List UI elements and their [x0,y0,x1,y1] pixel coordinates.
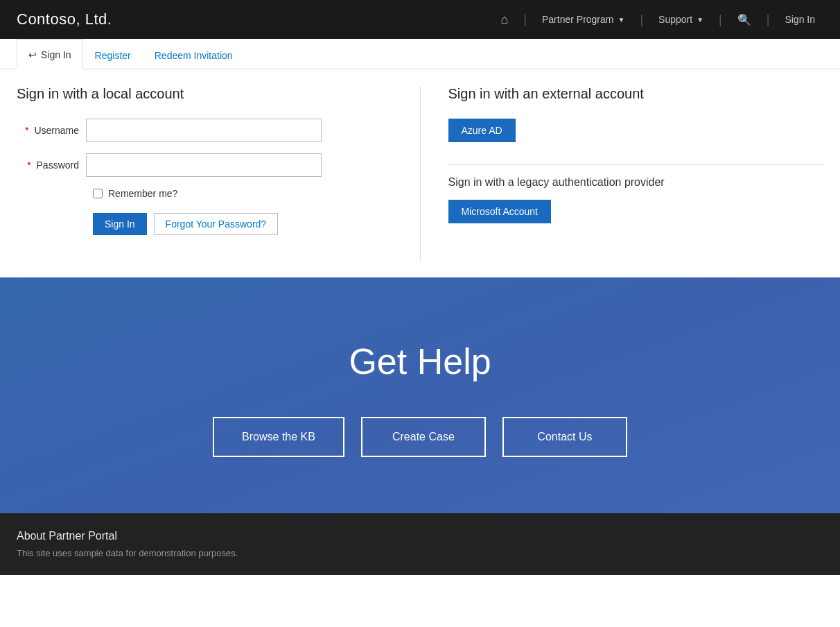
header: Contoso, Ltd. ⌂ | Partner Program ▼ | Su… [0,0,840,39]
divider-4: | [760,12,777,27]
footer-text: This site uses sample data for demonstra… [17,548,823,558]
microsoft-account-button[interactable]: Microsoft Account [448,200,552,223]
site-logo: Contoso, Ltd. [17,10,492,28]
tab-redeem-label: Redeem Invitation [155,50,233,61]
footer-title: About Partner Portal [17,530,823,542]
username-required-star: * [25,125,28,136]
header-signin-label[interactable]: Sign In [776,14,823,25]
tab-signin-label: Sign In [41,49,71,60]
external-signin-title: Sign in with an external account [448,86,824,102]
tab-register[interactable]: Register [83,39,143,69]
support-dropdown-icon: ▼ [697,16,703,24]
search-button[interactable]: 🔍 [729,13,760,26]
remember-me-group: Remember me? [93,188,392,199]
contact-us-button[interactable]: Contact Us [502,417,627,457]
username-input[interactable] [86,119,322,142]
tab-signin[interactable]: ↩ Sign In [17,39,83,69]
local-signin-section: Sign in with a local account * Username … [17,86,421,261]
browse-kb-button[interactable]: Browse the KB [213,417,344,457]
legacy-title: Sign in with a legacy authentication pro… [448,176,824,189]
partner-program-button[interactable]: Partner Program ▼ [534,14,633,25]
create-case-button[interactable]: Create Case [361,417,486,457]
search-icon: 🔍 [737,13,751,26]
signin-tab-icon: ↩ [28,49,37,60]
username-group: * Username [17,119,392,142]
password-input[interactable] [86,153,322,177]
tab-register-label: Register [95,50,131,61]
form-actions: Sign In Forgot Your Password? [93,213,392,235]
get-help-title: Get Help [349,341,491,382]
password-group: * Password [17,153,392,177]
home-button[interactable]: ⌂ [492,12,516,27]
main-content: Sign in with a local account * Username … [0,69,840,277]
tabs-container: ↩ Sign In Register Redeem Invitation [0,39,840,69]
get-help-section: Get Help Browse the KB Create Case Conta… [0,277,840,513]
local-signin-title: Sign in with a local account [17,86,392,102]
header-nav: ⌂ | Partner Program ▼ | Support ▼ | 🔍 | … [492,12,823,27]
password-label: * Password [17,160,86,171]
tab-redeem[interactable]: Redeem Invitation [143,39,245,69]
password-required-star: * [27,160,30,171]
signin-button[interactable]: Sign In [93,213,147,235]
remember-me-label: Remember me? [108,188,177,199]
azure-ad-button[interactable]: Azure AD [448,119,516,142]
forgot-password-button[interactable]: Forgot Your Password? [154,213,279,235]
footer: About Partner Portal This site uses samp… [0,513,840,575]
get-help-buttons: Browse the KB Create Case Contact Us [213,417,627,457]
support-button[interactable]: Support ▼ [650,14,712,25]
divider-3: | [712,12,729,27]
partner-program-dropdown-icon: ▼ [618,16,624,24]
remember-me-checkbox[interactable] [93,189,103,198]
divider-2: | [633,12,650,27]
get-help-background [0,277,840,513]
username-label: * Username [17,125,86,136]
divider-1: | [516,12,534,27]
support-label: Support [658,14,692,25]
external-signin-section: Sign in with an external account Azure A… [421,86,824,261]
home-icon: ⌂ [500,12,508,27]
partner-program-label: Partner Program [542,14,613,25]
legacy-divider [448,164,824,165]
